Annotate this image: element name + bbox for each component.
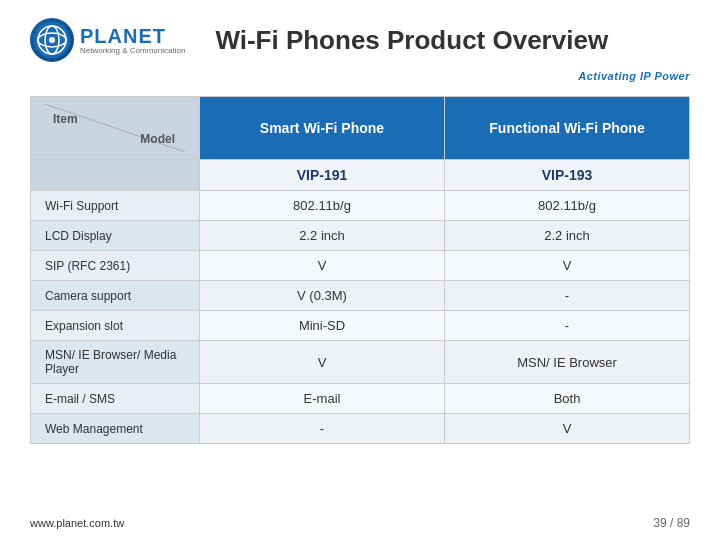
page-title: Wi-Fi Phones Product Overview <box>215 25 608 56</box>
comparison-table: Item Model Smart Wi-Fi Phone Functional … <box>30 96 690 444</box>
table-row: LCD Display 2.2 inch 2.2 inch <box>31 221 690 251</box>
footer-website: www.planet.com.tw <box>30 517 124 529</box>
page-header: PLANET Networking & Communication Wi-Fi … <box>0 0 720 70</box>
logo-name: PLANET <box>80 25 185 47</box>
page-footer: www.planet.com.tw 39 / 89 <box>30 516 690 530</box>
feature-val1: Mini-SD <box>200 311 445 341</box>
activating-banner: Activating IP Power <box>0 70 720 86</box>
table-row: Wi-Fi Support 802.11b/g 802.11b/g <box>31 191 690 221</box>
feature-label: MSN/ IE Browser/ Media Player <box>31 341 200 384</box>
feature-val1: 802.11b/g <box>200 191 445 221</box>
feature-label: Expansion slot <box>31 311 200 341</box>
model-header-cell: Item Model <box>31 97 200 160</box>
table-header-row: Item Model Smart Wi-Fi Phone Functional … <box>31 97 690 160</box>
feature-val2: Both <box>445 384 690 414</box>
table-row: Expansion slot Mini-SD - <box>31 311 690 341</box>
col1-model: VIP-191 <box>200 160 445 191</box>
feature-val2: MSN/ IE Browser <box>445 341 690 384</box>
feature-label: Wi-Fi Support <box>31 191 200 221</box>
logo-icon <box>30 18 74 62</box>
feature-label: Web Management <box>31 414 200 444</box>
feature-val2: - <box>445 281 690 311</box>
feature-val2: V <box>445 414 690 444</box>
table-row: Camera support V (0.3M) - <box>31 281 690 311</box>
feature-label: LCD Display <box>31 221 200 251</box>
table-row: MSN/ IE Browser/ Media Player V MSN/ IE … <box>31 341 690 384</box>
main-content: Item Model Smart Wi-Fi Phone Functional … <box>0 86 720 454</box>
feature-val1: V <box>200 341 445 384</box>
feature-val2: 2.2 inch <box>445 221 690 251</box>
feature-val1: 2.2 inch <box>200 221 445 251</box>
col2-model: VIP-193 <box>445 160 690 191</box>
feature-label: SIP (RFC 2361) <box>31 251 200 281</box>
col2-header: Functional Wi-Fi Phone <box>445 97 690 160</box>
model-label: Model <box>140 132 175 146</box>
logo-area: PLANET Networking & Communication <box>30 18 185 62</box>
model-row: VIP-191 VIP-193 <box>31 160 690 191</box>
feature-val1: V <box>200 251 445 281</box>
col1-header: Smart Wi-Fi Phone <box>200 97 445 160</box>
feature-val1: - <box>200 414 445 444</box>
table-row: Web Management - V <box>31 414 690 444</box>
feature-val2: V <box>445 251 690 281</box>
feature-label: Camera support <box>31 281 200 311</box>
feature-val2: - <box>445 311 690 341</box>
logo-text: PLANET Networking & Communication <box>80 25 185 56</box>
feature-val1: V (0.3M) <box>200 281 445 311</box>
footer-page: 39 / 89 <box>653 516 690 530</box>
feature-val1: E-mail <box>200 384 445 414</box>
table-row: SIP (RFC 2361) V V <box>31 251 690 281</box>
model-label-cell <box>31 160 200 191</box>
feature-val2: 802.11b/g <box>445 191 690 221</box>
feature-label: E-mail / SMS <box>31 384 200 414</box>
svg-point-4 <box>49 37 55 43</box>
logo-tagline: Networking & Communication <box>80 47 185 56</box>
table-row: E-mail / SMS E-mail Both <box>31 384 690 414</box>
item-label: Item <box>53 112 78 126</box>
